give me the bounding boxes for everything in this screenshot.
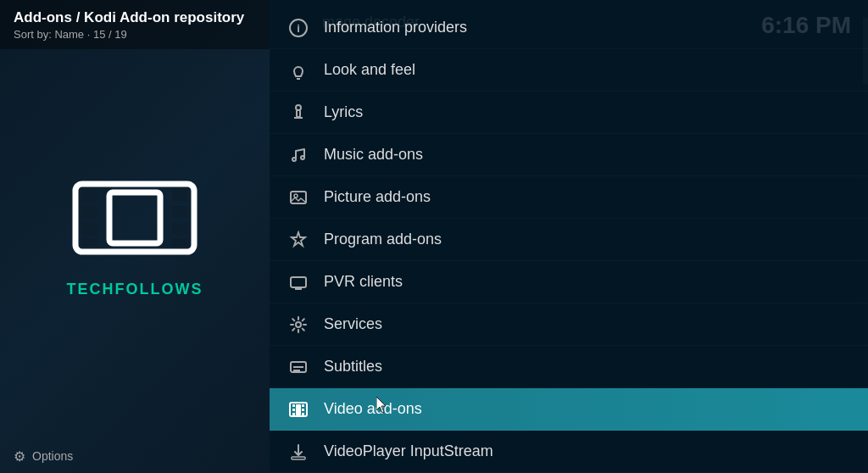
menu-item-lyrics[interactable]: Lyrics bbox=[270, 92, 868, 134]
svg-rect-5 bbox=[82, 238, 97, 247]
program-add-ons-icon bbox=[287, 228, 310, 252]
menu-item-pvr-clients[interactable]: PVR clients bbox=[270, 261, 868, 303]
menu-item-picture-add-ons[interactable]: Picture add-ons bbox=[270, 176, 868, 219]
menu-item-subtitles[interactable]: Subtitles bbox=[270, 346, 868, 388]
svg-point-24 bbox=[296, 322, 301, 327]
options-bar[interactable]: ⚙ Options bbox=[0, 439, 270, 473]
menu-item-video-add-ons[interactable]: Video add-ons bbox=[270, 388, 868, 431]
menu-item-look-and-feel[interactable]: Look and feel bbox=[270, 49, 868, 92]
svg-rect-30 bbox=[292, 409, 295, 411]
menu-item-music-add-ons[interactable]: Music add-ons bbox=[270, 134, 868, 176]
svg-point-18 bbox=[301, 156, 304, 159]
menu-item-videoplayer-inputstream[interactable]: VideoPlayer InputStream bbox=[270, 431, 868, 473]
services-label: Services bbox=[324, 315, 382, 333]
svg-rect-35 bbox=[296, 404, 301, 415]
film-icon bbox=[67, 175, 203, 260]
svg-rect-1 bbox=[109, 192, 160, 243]
svg-rect-2 bbox=[82, 189, 97, 201]
svg-rect-15 bbox=[297, 110, 300, 117]
left-header: Add-ons / Kodi Add-on repository Sort by… bbox=[0, 0, 270, 49]
music-add-ons-label: Music add-ons bbox=[324, 146, 423, 164]
pvr-clients-icon bbox=[287, 270, 310, 294]
program-add-ons-label: Program add-ons bbox=[324, 231, 442, 248]
services-icon bbox=[287, 313, 310, 337]
options-gear-icon: ⚙ bbox=[14, 448, 25, 465]
picture-add-ons-label: Picture add-ons bbox=[324, 188, 431, 206]
svg-point-17 bbox=[292, 158, 296, 161]
svg-rect-36 bbox=[292, 457, 305, 459]
look-and-feel-label: Look and feel bbox=[324, 61, 415, 79]
lyrics-label: Lyrics bbox=[324, 103, 363, 121]
svg-rect-8 bbox=[172, 223, 187, 235]
information-providers-icon: i bbox=[287, 16, 310, 40]
svg-rect-9 bbox=[172, 238, 187, 247]
videoplayer-inputstream-icon bbox=[287, 440, 310, 464]
brand-label: TECHFOLLOWS bbox=[67, 281, 203, 298]
options-label: Options bbox=[32, 449, 73, 463]
video-add-ons-label: Video add-ons bbox=[324, 400, 422, 418]
menu-item-program-add-ons[interactable]: Program add-ons bbox=[270, 219, 868, 261]
information-providers-label: Information providers bbox=[324, 19, 467, 36]
videoplayer-inputstream-label: VideoPlayer InputStream bbox=[324, 442, 493, 460]
svg-rect-3 bbox=[82, 206, 97, 218]
svg-rect-4 bbox=[82, 223, 97, 235]
svg-rect-34 bbox=[302, 413, 304, 415]
svg-rect-29 bbox=[292, 404, 295, 407]
video-add-ons-icon bbox=[287, 398, 310, 421]
sort-info: Sort by: Name · 15 / 19 bbox=[14, 28, 270, 41]
subtitles-label: Subtitles bbox=[324, 358, 382, 376]
menu-item-information-providers[interactable]: i Information providers bbox=[270, 7, 868, 49]
look-and-feel-icon bbox=[287, 58, 310, 82]
left-panel: TECHFOLLOWS bbox=[0, 0, 270, 473]
picture-add-ons-icon bbox=[287, 186, 310, 209]
pvr-clients-label: PVR clients bbox=[324, 273, 403, 291]
menu-panel: i Information providers Look and feel Ly… bbox=[270, 0, 868, 473]
subtitles-icon bbox=[287, 355, 310, 379]
svg-rect-6 bbox=[172, 189, 187, 201]
svg-rect-21 bbox=[291, 277, 306, 287]
lyrics-icon bbox=[287, 101, 310, 125]
page-title: Add-ons / Kodi Add-on repository bbox=[14, 9, 270, 26]
svg-rect-33 bbox=[302, 409, 304, 411]
svg-rect-7 bbox=[172, 206, 187, 218]
svg-rect-32 bbox=[302, 404, 304, 407]
svg-rect-31 bbox=[292, 413, 295, 415]
music-add-ons-icon bbox=[287, 143, 310, 167]
svg-text:i: i bbox=[297, 22, 300, 35]
menu-item-services[interactable]: Services bbox=[270, 303, 868, 346]
